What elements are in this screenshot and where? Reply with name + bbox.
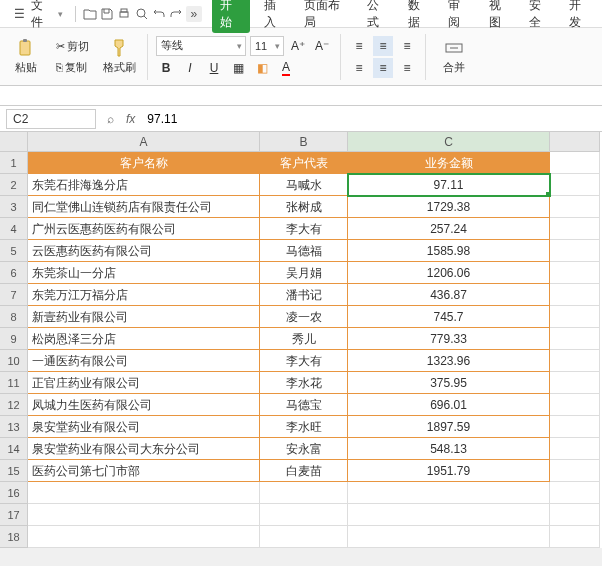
merge-button[interactable]: 合并	[434, 34, 474, 80]
cell[interactable]	[260, 526, 348, 548]
underline-button[interactable]: U	[204, 58, 224, 78]
select-all-corner[interactable]	[0, 132, 28, 152]
cell[interactable]: 安永富	[260, 438, 348, 460]
cell[interactable]: 李水花	[260, 372, 348, 394]
cell[interactable]: 凤城力生医药有限公司	[28, 394, 260, 416]
tab-layout[interactable]: 页面布局	[300, 0, 353, 33]
cell[interactable]	[550, 218, 600, 240]
row-header[interactable]: 16	[0, 482, 28, 504]
col-header-a[interactable]: A	[28, 132, 260, 152]
cell[interactable]: 东莞石排海逸分店	[28, 174, 260, 196]
cell[interactable]: 一通医药有限公司	[28, 350, 260, 372]
cell[interactable]: 745.7	[348, 306, 550, 328]
cell[interactable]	[348, 504, 550, 526]
row-header[interactable]: 3	[0, 196, 28, 218]
cell[interactable]	[260, 504, 348, 526]
cell[interactable]: 凌一农	[260, 306, 348, 328]
cut-button[interactable]: ✂剪切	[52, 37, 93, 56]
cell[interactable]	[550, 460, 600, 482]
row-header[interactable]: 17	[0, 504, 28, 526]
cell[interactable]: 1729.38	[348, 196, 550, 218]
open-icon[interactable]	[82, 6, 97, 22]
row-header[interactable]: 18	[0, 526, 28, 548]
cell[interactable]: 马喊水	[260, 174, 348, 196]
row-header[interactable]: 11	[0, 372, 28, 394]
row-header[interactable]: 1	[0, 152, 28, 174]
print-icon[interactable]	[117, 6, 132, 22]
align-right-icon[interactable]: ≡	[397, 58, 417, 78]
align-bottom-icon[interactable]: ≡	[397, 36, 417, 56]
cell[interactable]: 1585.98	[348, 240, 550, 262]
cell[interactable]: 客户代表	[260, 152, 348, 174]
row-header[interactable]: 4	[0, 218, 28, 240]
name-box[interactable]: C2	[6, 109, 96, 129]
bold-button[interactable]: B	[156, 58, 176, 78]
cell[interactable]	[550, 416, 600, 438]
tab-security[interactable]: 安全	[525, 0, 555, 33]
fx-icon[interactable]: fx	[126, 112, 135, 126]
fill-color-button[interactable]: ◧	[252, 58, 272, 78]
row-header[interactable]: 5	[0, 240, 28, 262]
align-left-icon[interactable]: ≡	[349, 58, 369, 78]
font-size-select[interactable]: 11	[250, 36, 284, 56]
row-header[interactable]: 13	[0, 416, 28, 438]
cell[interactable]	[550, 394, 600, 416]
row-header[interactable]: 7	[0, 284, 28, 306]
cell[interactable]: 云医惠药医药有限公司	[28, 240, 260, 262]
row-header[interactable]: 10	[0, 350, 28, 372]
cell[interactable]: 696.01	[348, 394, 550, 416]
redo-icon[interactable]	[169, 6, 184, 22]
cell[interactable]	[348, 482, 550, 504]
cell[interactable]: 97.11	[348, 174, 550, 196]
cell[interactable]: 潘书记	[260, 284, 348, 306]
cell[interactable]: 医药公司第七门市部	[28, 460, 260, 482]
cell[interactable]	[550, 526, 600, 548]
cell[interactable]: 客户名称	[28, 152, 260, 174]
cell[interactable]: 马德福	[260, 240, 348, 262]
font-color-button[interactable]: A	[276, 58, 296, 78]
cell[interactable]: 业务金额	[348, 152, 550, 174]
tab-insert[interactable]: 插入	[260, 0, 290, 33]
italic-button[interactable]: I	[180, 58, 200, 78]
cell[interactable]: 1206.06	[348, 262, 550, 284]
col-header-c[interactable]: C	[348, 132, 550, 152]
cell[interactable]	[550, 174, 600, 196]
row-header[interactable]: 9	[0, 328, 28, 350]
align-middle-icon[interactable]: ≡	[373, 36, 393, 56]
decrease-font-icon[interactable]: A⁻	[312, 36, 332, 56]
cell[interactable]: 李水旺	[260, 416, 348, 438]
tab-start[interactable]: 开始	[212, 0, 250, 33]
cell[interactable]: 秀儿	[260, 328, 348, 350]
cell[interactable]	[550, 196, 600, 218]
row-header[interactable]: 12	[0, 394, 28, 416]
cell[interactable]: 东莞茶山一分店	[28, 262, 260, 284]
cell[interactable]: 548.13	[348, 438, 550, 460]
search-icon[interactable]: ⌕	[102, 111, 118, 127]
cell[interactable]	[348, 526, 550, 548]
cell[interactable]: 同仁堂佛山连锁药店有限责任公司	[28, 196, 260, 218]
row-header[interactable]: 8	[0, 306, 28, 328]
increase-font-icon[interactable]: A⁺	[288, 36, 308, 56]
cell[interactable]: 东莞万江万福分店	[28, 284, 260, 306]
font-select[interactable]: 等线	[156, 36, 246, 56]
cell[interactable]	[550, 482, 600, 504]
cell[interactable]	[550, 504, 600, 526]
cell[interactable]	[550, 372, 600, 394]
cell[interactable]: 257.24	[348, 218, 550, 240]
file-menu[interactable]: ☰ 文件 ▾	[6, 0, 69, 33]
col-header-b[interactable]: B	[260, 132, 348, 152]
cell[interactable]	[550, 328, 600, 350]
cell[interactable]	[550, 284, 600, 306]
cell[interactable]	[550, 306, 600, 328]
paste-button[interactable]: 粘贴	[6, 34, 46, 80]
cell[interactable]: 436.87	[348, 284, 550, 306]
cell[interactable]: 泉安堂药业有限公司大东分公司	[28, 438, 260, 460]
more-icon[interactable]: »	[186, 6, 201, 22]
align-top-icon[interactable]: ≡	[349, 36, 369, 56]
row-header[interactable]: 2	[0, 174, 28, 196]
cell[interactable]	[28, 526, 260, 548]
row-header[interactable]: 6	[0, 262, 28, 284]
cell[interactable]	[260, 482, 348, 504]
cell[interactable]	[28, 482, 260, 504]
save-icon[interactable]	[99, 6, 114, 22]
